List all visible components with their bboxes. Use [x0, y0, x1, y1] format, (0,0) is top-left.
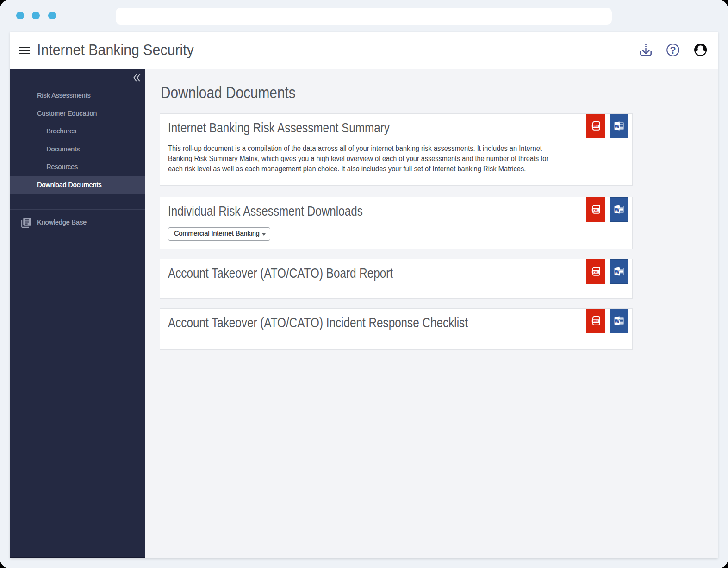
svg-text:PDF: PDF [593, 208, 598, 211]
svg-text:W: W [615, 206, 620, 212]
svg-text:W: W [615, 268, 620, 274]
svg-text:?: ? [670, 45, 676, 56]
svg-text:W: W [615, 123, 620, 129]
svg-text:W: W [615, 318, 620, 324]
svg-text:PDF: PDF [593, 125, 598, 128]
svg-text:PDF: PDF [593, 320, 598, 323]
svg-text:PDF: PDF [593, 270, 598, 273]
